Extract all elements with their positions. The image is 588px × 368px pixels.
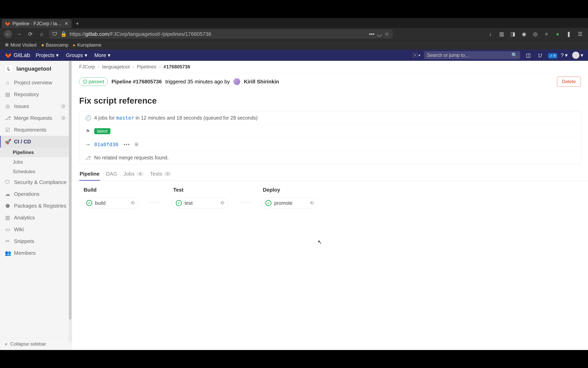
lock-icon[interactable]: 🔒: [60, 31, 67, 37]
new-dropdown[interactable]: +▾: [413, 53, 420, 57]
connector: [149, 202, 161, 202]
tab-pipeline[interactable]: Pipeline: [79, 168, 100, 181]
pipeline-header: ✓passed Pipeline #176805736 triggered 35…: [72, 73, 588, 90]
nav-projects[interactable]: Projects▾: [34, 52, 60, 58]
mr-icon: ⎇: [85, 155, 91, 161]
members-icon: 👥: [5, 250, 10, 256]
ext1-icon[interactable]: ◎: [531, 31, 539, 37]
jobs-summary-row: 🕘 4 jobs for master in 12 minutes and 18…: [79, 111, 581, 125]
sidebar-subitem-pipelines[interactable]: Pipelines: [0, 147, 72, 157]
check-icon: ✓: [265, 200, 271, 206]
browser-toolbar: ← → ⟳ ⌂ 🛡 🔒 https://gitlab.com/FJCorp/la…: [0, 28, 588, 40]
retry-icon[interactable]: ⟲: [310, 200, 314, 206]
sidebar-item-repository[interactable]: ▤Repository: [0, 89, 72, 101]
issues-icon[interactable]: ◫: [524, 52, 532, 58]
gitlab-logo[interactable]: GitLab: [5, 52, 30, 59]
sidebar-item-requirements[interactable]: ☑Requirements: [0, 124, 72, 136]
latest-row: ⚑ latest: [79, 125, 581, 138]
nav-groups[interactable]: Groups▾: [64, 52, 89, 58]
pipeline-info: 🕘 4 jobs for master in 12 minutes and 18…: [79, 111, 581, 164]
sidebar-subitem-jobs[interactable]: Jobs: [0, 157, 72, 167]
sidebar-item-wiki[interactable]: ▭Wiki: [0, 224, 72, 235]
tab-tests[interactable]: Tests0: [150, 168, 172, 181]
account-icon[interactable]: ◉: [520, 31, 528, 37]
reload-button[interactable]: ⟳: [26, 30, 34, 38]
copy-icon[interactable]: ⎘: [135, 142, 138, 147]
bookmark-kursplaene[interactable]: ▸Kursplaene: [73, 42, 101, 48]
pocket-icon[interactable]: ◡: [377, 31, 382, 37]
avatar[interactable]: [233, 78, 240, 85]
sidebar-item-merge-requests[interactable]: ⎇Merge Requests0: [0, 112, 72, 124]
sidebar-item-overview[interactable]: ⌂Project overview: [0, 77, 72, 89]
back-button[interactable]: ←: [4, 30, 12, 38]
job-build[interactable]: ✓ build ⟲: [83, 197, 138, 209]
sidebar-subitem-schedules[interactable]: Schedules: [0, 167, 72, 176]
sidebar-item-security[interactable]: 🛡Security & Compliance: [0, 176, 72, 188]
sidebar-item-packages[interactable]: ⬢Packages & Registries: [0, 200, 72, 212]
chevron-down-icon: ▾: [56, 52, 59, 58]
project-header[interactable]: L languagetool: [0, 61, 72, 77]
sidebar-item-analytics[interactable]: ▥Analytics: [0, 212, 72, 224]
status-badge[interactable]: ✓passed: [79, 77, 108, 86]
more-icon[interactable]: •••: [369, 31, 374, 37]
sidebar-icon[interactable]: ◨: [509, 31, 517, 37]
menu-icon[interactable]: ☰: [576, 31, 584, 37]
svg-point-2: [539, 57, 539, 58]
close-icon[interactable]: ✕: [64, 21, 68, 26]
main-content: FJCorp› languagetool› Pipelines› #176805…: [72, 61, 588, 350]
home-button[interactable]: ⌂: [37, 30, 46, 38]
commit-icon: ⊸: [85, 142, 91, 147]
sidebar-scrollbar[interactable]: [69, 61, 72, 342]
crumb-pipelines[interactable]: Pipelines: [137, 64, 156, 70]
tab-title: Pipeline · FJCorp / langu…: [12, 21, 62, 26]
book-icon: ▭: [5, 226, 10, 233]
branch-link[interactable]: master: [116, 115, 134, 121]
downloads-icon[interactable]: ↓: [487, 31, 494, 37]
crumb-project[interactable]: languagetool: [102, 64, 130, 70]
tab-dag[interactable]: DAG: [106, 168, 118, 181]
todos-icon[interactable]: ✓4: [548, 52, 556, 58]
search-icon: 🔍: [511, 52, 517, 58]
svg-point-1: [541, 54, 542, 55]
mr-icon[interactable]: [536, 52, 544, 58]
delete-button[interactable]: Delete: [557, 77, 581, 87]
crumb-group[interactable]: FJCorp: [79, 64, 95, 70]
search-input[interactable]: Search or jump to... 🔍: [424, 51, 520, 59]
req-icon: ☑: [5, 127, 10, 133]
ext4-icon[interactable]: ❚: [565, 31, 573, 37]
check-icon: ✓: [83, 80, 87, 83]
retry-icon[interactable]: ⟲: [220, 200, 224, 206]
user-menu[interactable]: ▾: [572, 52, 583, 59]
tab-jobs[interactable]: Jobs4: [123, 168, 144, 181]
check-icon: ✓: [86, 200, 92, 206]
shield-icon[interactable]: 🛡: [52, 31, 58, 37]
commit-sha[interactable]: 01a0fd30: [94, 142, 118, 147]
collapse-sidebar[interactable]: «Collapse sidebar: [0, 338, 72, 350]
retry-icon[interactable]: ⟲: [131, 200, 135, 206]
sidebar-item-operations[interactable]: ☁Operations: [0, 188, 72, 200]
browser-tab[interactable]: Pipeline · FJCorp / langu… ✕: [2, 19, 72, 28]
home-icon: ⌂: [5, 80, 10, 86]
sidebar-item-issues[interactable]: ◎Issues0: [0, 101, 72, 112]
triggered-text: triggered 35 minutes ago by: [165, 79, 230, 85]
gitlab-navbar: GitLab Projects▾ Groups▾ More▾ +▾ Search…: [0, 50, 588, 61]
help-icon[interactable]: ? ▾: [560, 52, 568, 58]
ext3-icon[interactable]: ●: [554, 31, 562, 37]
bookmark-basecamp[interactable]: ●Basecamp: [41, 42, 68, 48]
address-bar[interactable]: 🛡 🔒 https://gitlab.com/FJCorp/languageto…: [49, 29, 393, 39]
crumb-current: #176805736: [164, 64, 190, 70]
author-name[interactable]: Kirill Shirinkin: [244, 79, 279, 85]
sidebar-item-members[interactable]: 👥Members: [0, 247, 72, 259]
library-icon[interactable]: ▥: [498, 31, 505, 37]
sidebar-item-snippets[interactable]: ✂Snippets: [0, 235, 72, 247]
sidebar-item-cicd[interactable]: 🚀CI / CD: [0, 136, 72, 147]
ext2-icon[interactable]: ⌗: [542, 31, 551, 37]
nav-more[interactable]: More▾: [93, 52, 112, 58]
new-tab-button[interactable]: +: [72, 19, 83, 28]
forward-button[interactable]: →: [15, 30, 23, 38]
more-icon[interactable]: •••: [122, 142, 131, 147]
job-promote[interactable]: ✓ promote ⟲: [262, 197, 318, 209]
bookmark-most-visited[interactable]: ✻Most Visited: [5, 42, 37, 48]
job-test[interactable]: ✓ test ⟲: [172, 197, 228, 209]
bookmark-star-icon[interactable]: ☆: [385, 31, 389, 37]
